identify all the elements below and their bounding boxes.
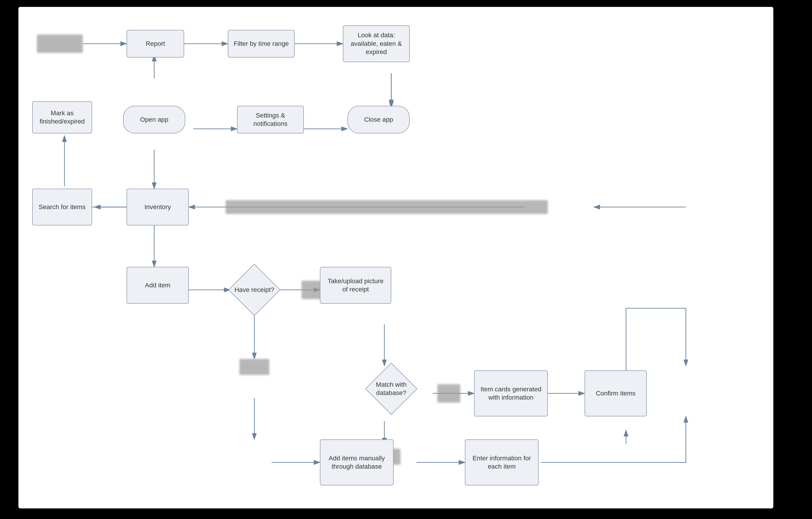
take-upload-node: Take/upload picture of receipt [320, 267, 391, 304]
enter-info-node: Enter information for each item [465, 439, 539, 485]
look-data-node: Look at data: available, eaten & expired [343, 25, 410, 62]
filter-time-node: Filter by time range [228, 30, 295, 58]
obscured-scan-bar [226, 200, 548, 214]
arrows-svg [19, 7, 773, 509]
inventory-node: Inventory [126, 189, 189, 225]
mark-finished-node: Mark as finished/expired [32, 101, 92, 133]
open-app-node: Open app [123, 106, 185, 133]
confirm-items-node: Confirm items [585, 370, 647, 417]
add-manually-node: Add items manually through database [320, 439, 394, 485]
match-db-node: Match with database? [356, 361, 427, 417]
obscured-box-top [37, 34, 83, 53]
report-node: Report [126, 30, 184, 58]
add-item-node: Add item [126, 267, 189, 304]
search-items-node: Search for items [32, 189, 92, 225]
settings-node: Settings & notifications [237, 106, 304, 133]
item-cards-node: Item cards generated with information [474, 370, 548, 417]
close-app-node: Close app [348, 106, 410, 133]
obscured-no-node1 [239, 359, 269, 375]
diagram-container: Report Filter by time range Look at data… [19, 7, 773, 509]
obscured-yes-node2 [437, 384, 460, 403]
have-receipt-node: Have receipt? [219, 262, 290, 317]
